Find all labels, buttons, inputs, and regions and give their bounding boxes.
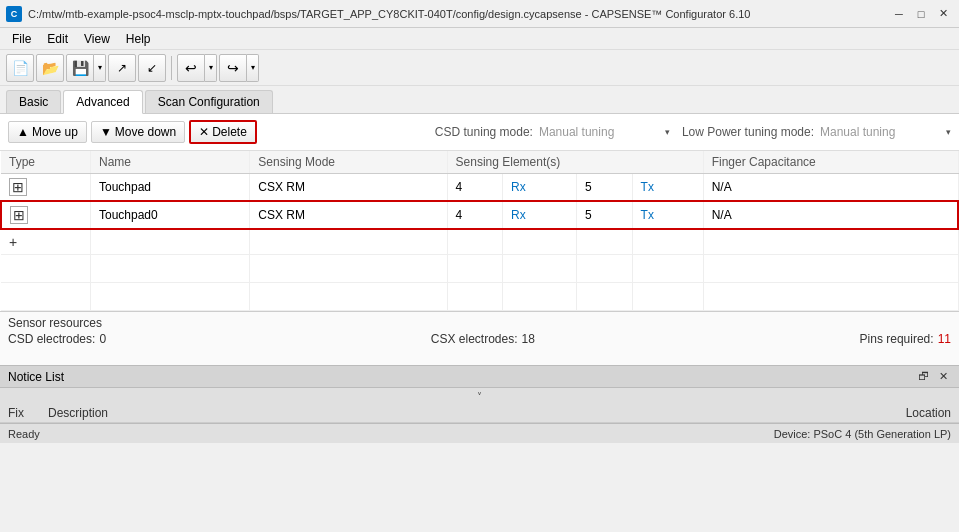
tab-advanced[interactable]: Advanced (63, 90, 142, 114)
add-widget-empty-6 (632, 229, 703, 255)
arrow-up-icon: ▲ (17, 125, 29, 139)
cell-rx-count-1: 4 (447, 174, 502, 202)
open-button[interactable]: 📂 (36, 54, 64, 82)
add-widget-empty-7 (703, 229, 958, 255)
save-button[interactable]: 💾 (66, 54, 94, 82)
csx-label: CSX electrodes: (431, 332, 518, 346)
add-widget-icon[interactable]: + (1, 229, 90, 255)
tab-basic[interactable]: Basic (6, 90, 61, 113)
cell-finger-cap-1: N/A (703, 174, 958, 202)
action-buttons-left: ▲ Move up ▼ Move down ✕ Delete (8, 120, 257, 144)
cell-type-1 (1, 174, 90, 202)
delete-icon: ✕ (199, 125, 209, 139)
cell-rx-label-2: Rx (502, 201, 576, 229)
empty-row (1, 283, 958, 311)
device-info: Device: PSoC 4 (5th Generation LP) (774, 428, 951, 440)
notice-table-header: Fix Description Location (0, 404, 959, 423)
cell-sensing-mode-1: CSX RM (250, 174, 447, 202)
status-bar: Ready Device: PSoC 4 (5th Generation LP) (0, 423, 959, 443)
type-icon-1 (9, 178, 27, 196)
resources-title: Sensor resources (8, 316, 951, 330)
csd-tuning-dropdown[interactable]: ▾ (665, 127, 670, 137)
window-title: C:/mtw/mtb-example-psoc4-msclp-mptx-touc… (28, 8, 889, 20)
tab-scan-configuration[interactable]: Scan Configuration (145, 90, 273, 113)
app-icon: C (6, 6, 22, 22)
type-icon-2 (10, 206, 28, 224)
cell-sensing-mode-2: CSX RM (250, 201, 447, 229)
import-button[interactable]: ↙ (138, 54, 166, 82)
notice-close-button[interactable]: ✕ (936, 369, 951, 384)
notice-chevron[interactable]: ˅ (0, 388, 959, 404)
menu-bar: File Edit View Help (0, 28, 959, 50)
col-sensing-mode: Sensing Mode (250, 151, 447, 174)
table-row[interactable]: Touchpad CSX RM 4 Rx 5 Tx N/A (1, 174, 958, 202)
notice-col-location: Location (906, 406, 951, 420)
resources-area: Sensor resources CSD electrodes: 0 CSX e… (0, 311, 959, 365)
new-button[interactable]: 📄 (6, 54, 34, 82)
menu-edit[interactable]: Edit (39, 30, 76, 48)
low-power-tuning-value: Manual tuning (820, 125, 940, 139)
close-button[interactable]: ✕ (933, 4, 953, 24)
widget-table-container: Type Name Sensing Mode Sensing Element(s… (0, 151, 959, 311)
save-dropdown[interactable]: ▾ (94, 54, 106, 82)
add-widget-empty-4 (502, 229, 576, 255)
cell-tx-label-1: Tx (632, 174, 703, 202)
cell-tx-count-1: 5 (577, 174, 632, 202)
move-up-button[interactable]: ▲ Move up (8, 121, 87, 143)
cell-rx-count-2: 4 (447, 201, 502, 229)
main-content: ▲ Move up ▼ Move down ✕ Delete CSD tunin… (0, 114, 959, 365)
minimize-button[interactable]: ─ (889, 4, 909, 24)
pins-value: 11 (938, 332, 951, 346)
action-row: ▲ Move up ▼ Move down ✕ Delete CSD tunin… (0, 114, 959, 151)
table-header-row: Type Name Sensing Mode Sensing Element(s… (1, 151, 958, 174)
main-tabs: Basic Advanced Scan Configuration (0, 86, 959, 114)
delete-label: Delete (212, 125, 247, 139)
csx-electrodes: CSX electrodes: 18 (431, 332, 535, 346)
window-controls: ─ □ ✕ (889, 4, 953, 24)
csd-tuning-row: CSD tuning mode: Manual tuning ▾ (435, 125, 670, 139)
cell-name-2: Touchpad0 (90, 201, 249, 229)
widget-table: Type Name Sensing Mode Sensing Element(s… (0, 151, 959, 311)
chevron-down-icon: ˅ (477, 391, 482, 402)
csd-value: 0 (99, 332, 106, 346)
notice-col-fix: Fix (8, 406, 48, 420)
arrow-down-icon: ▼ (100, 125, 112, 139)
low-power-tuning-dropdown[interactable]: ▾ (946, 127, 951, 137)
csd-tuning-label: CSD tuning mode: (435, 125, 533, 139)
notice-list: Notice List 🗗 ✕ ˅ Fix Description Locati… (0, 365, 959, 423)
add-widget-empty-1 (90, 229, 249, 255)
cell-tx-label-2: Tx (632, 201, 703, 229)
col-name: Name (90, 151, 249, 174)
undo-button[interactable]: ↩ (177, 54, 205, 82)
csd-label: CSD electrodes: (8, 332, 95, 346)
csx-value: 18 (522, 332, 535, 346)
notice-col-description: Description (48, 406, 906, 420)
cell-tx-count-2: 5 (577, 201, 632, 229)
menu-view[interactable]: View (76, 30, 118, 48)
resources-row: CSD electrodes: 0 CSX electrodes: 18 Pin… (8, 332, 951, 346)
add-widget-row[interactable]: + (1, 229, 958, 255)
move-down-button[interactable]: ▼ Move down (91, 121, 185, 143)
col-sensing-elements: Sensing Element(s) (447, 151, 703, 174)
toolbar: 📄 📂 💾 ▾ ↗ ↙ ↩ ▾ ↪ ▾ (0, 50, 959, 86)
table-row[interactable]: Touchpad0 CSX RM 4 Rx 5 Tx N/A (1, 201, 958, 229)
col-type: Type (1, 151, 90, 174)
menu-file[interactable]: File (4, 30, 39, 48)
move-down-label: Move down (115, 125, 176, 139)
notice-list-title: Notice List (8, 370, 64, 384)
maximize-button[interactable]: □ (911, 4, 931, 24)
undo-dropdown[interactable]: ▾ (205, 54, 217, 82)
add-widget-empty-3 (447, 229, 502, 255)
redo-dropdown[interactable]: ▾ (247, 54, 259, 82)
notice-restore-button[interactable]: 🗗 (915, 369, 932, 384)
notice-header-controls: 🗗 ✕ (915, 369, 951, 384)
menu-help[interactable]: Help (118, 30, 159, 48)
empty-row (1, 255, 958, 283)
redo-button[interactable]: ↪ (219, 54, 247, 82)
title-bar: C C:/mtw/mtb-example-psoc4-msclp-mptx-to… (0, 0, 959, 28)
status-text: Ready (8, 428, 40, 440)
export-button[interactable]: ↗ (108, 54, 136, 82)
pins-label: Pins required: (860, 332, 934, 346)
delete-button[interactable]: ✕ Delete (189, 120, 257, 144)
cell-finger-cap-2: N/A (703, 201, 958, 229)
